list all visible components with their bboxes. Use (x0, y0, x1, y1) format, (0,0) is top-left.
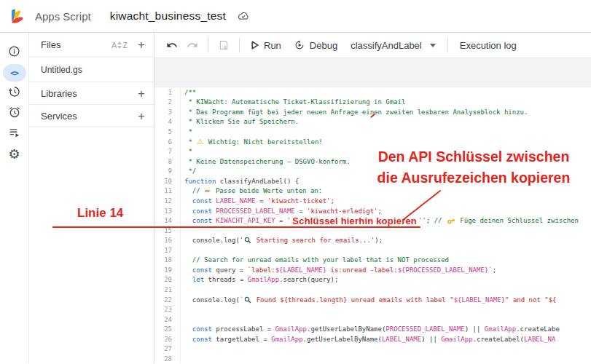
code-line: 13 const PROCESSED_LABEL_NAME = 'kiwacht… (154, 206, 591, 216)
line-number: 5 (154, 128, 172, 135)
code-line: 24 (154, 314, 591, 325)
toolbar-divider (208, 38, 208, 52)
code-line: 23 (154, 304, 591, 314)
settings-gear-icon: ⚙ (8, 148, 20, 161)
editor-column: Run Debug classifyAndLabel Execution log… (154, 33, 591, 363)
undo-button[interactable] (162, 37, 182, 53)
sidebar-item-executions[interactable] (0, 124, 29, 144)
line-number: 12 (154, 197, 172, 205)
add-service-button[interactable]: + (138, 110, 145, 122)
sidebar-item-editor[interactable]: <> (0, 63, 29, 83)
search-icon (244, 237, 251, 244)
sidebar-item-settings[interactable]: ⚙ (0, 144, 29, 165)
file-item-untitled[interactable]: Untitled.gs (29, 58, 154, 82)
line-number: 20 (154, 276, 172, 283)
annotation-callout: Den API Schlüssel zwischen die Ausrufeze… (364, 146, 583, 189)
project-title[interactable]: kiwacht_business_test (110, 9, 226, 23)
apps-script-logo[interactable] (12, 7, 29, 25)
line-number: 28 (154, 355, 172, 363)
line-number: 8 (154, 158, 172, 165)
line-number: 14 (154, 217, 172, 224)
toolbar-divider (447, 38, 448, 52)
search-icon (244, 296, 251, 304)
line-number: 6 (154, 138, 172, 146)
files-panel: Files AZ + Untitled.gs Libraries + Servi… (29, 33, 154, 363)
code-line: 25 const processLabel = GmailApp.getUser… (154, 325, 591, 335)
annotation-line-label: Linie 14 (77, 206, 123, 221)
line-number: 9 (154, 167, 172, 175)
left-rail: <> (0, 33, 29, 363)
info-icon (8, 45, 20, 60)
line-number: 18 (154, 256, 172, 264)
triggers-clock-icon (8, 106, 21, 122)
editor-top-spacer (154, 58, 591, 87)
sort-az-icon[interactable]: AZ (111, 41, 128, 50)
add-library-button[interactable]: + (138, 87, 145, 100)
line-number: 25 (154, 325, 172, 333)
execution-log-button[interactable]: Execution log (453, 40, 523, 51)
warning-icon: ⚠ (197, 138, 203, 146)
files-header: Files AZ + (29, 33, 154, 58)
code-line: 4 * Klicken Sie auf Speichern. (154, 117, 591, 127)
code-line: 18 // Search for unread emails with your… (154, 256, 591, 266)
line-number: 21 (154, 286, 172, 293)
cloud-saved-icon (237, 11, 250, 21)
line-number: 23 (154, 306, 172, 313)
app-name[interactable]: Apps Script (35, 10, 91, 23)
line-number: 2 (154, 98, 172, 106)
code-line: 12 const LABEL_NAME = 'kiwacht-ticket'; (154, 196, 591, 206)
line-number: 7 (154, 148, 172, 155)
pencil-icon: ✏ (205, 187, 211, 195)
code-line: 2 * KIWacht: Automatische Ticket-Klassif… (154, 98, 591, 108)
line-number: 1 (154, 89, 172, 96)
line-number: 26 (154, 336, 172, 343)
debug-icon (294, 40, 305, 50)
code-editor-icon: <> (3, 64, 26, 82)
top-bar: Apps Script kiwacht_business_test (0, 0, 591, 33)
code-line: 5 * (154, 127, 591, 137)
function-selector-dropdown[interactable]: classifyAndLabel (344, 40, 442, 51)
code-line: 16 console.log(' Starting search for ema… (154, 235, 591, 245)
sidebar-item-overview[interactable] (0, 42, 29, 63)
code-line: 26 const targetLabel = GmailApp.getUserL… (154, 334, 591, 344)
file-name: Untitled.gs (41, 65, 82, 75)
debug-button[interactable]: Debug (288, 40, 344, 51)
code-editor[interactable]: 1/**2 * KIWacht: Automatische Ticket-Kla… (154, 87, 591, 363)
code-line: 27 (154, 344, 591, 355)
play-icon (251, 41, 259, 50)
services-label: Services (41, 111, 138, 122)
save-icon[interactable] (214, 36, 234, 54)
code-line: 6 * ⚠ Wichtig: Nicht bereitstellen! (154, 137, 591, 147)
code-line: 21 (154, 285, 591, 295)
add-file-button[interactable]: + (138, 39, 145, 51)
sidebar-item-triggers[interactable] (0, 103, 29, 124)
line-number: 13 (154, 207, 172, 215)
editor-toolbar: Run Debug classifyAndLabel Execution log (154, 33, 591, 58)
line-number: 19 (154, 266, 172, 274)
line-number: 27 (154, 345, 172, 352)
chevron-down-icon (430, 44, 436, 47)
code-line: 28 (154, 354, 591, 363)
files-panel-title: Files (41, 39, 111, 50)
line-number: 16 (154, 237, 172, 244)
line-number: 17 (154, 247, 172, 254)
code-line: 20 let threads = GmailApp.search(query); (154, 275, 591, 285)
executions-list-icon (8, 126, 21, 142)
run-button[interactable]: Run (245, 40, 288, 51)
code-line: 1/** (154, 87, 591, 98)
libraries-label: Libraries (41, 88, 138, 99)
line-number: 22 (154, 296, 172, 304)
code-line: 19 const query = `label:${LABEL_NAME} is… (154, 265, 591, 275)
annotation-underline (52, 226, 420, 228)
code-line: 17 (154, 245, 591, 256)
libraries-section: Libraries + (29, 82, 154, 105)
code-line: 14 const KIWACHT_API_KEY = 'Schlüssel hi… (154, 215, 591, 226)
line-number: 24 (154, 316, 172, 323)
line-number: 4 (154, 118, 172, 125)
redo-button[interactable] (182, 37, 203, 53)
sidebar-item-revisions[interactable] (0, 83, 29, 103)
toolbar-divider (239, 38, 240, 52)
line-number: 11 (154, 187, 172, 194)
key-icon (447, 217, 455, 225)
history-icon (8, 85, 21, 101)
